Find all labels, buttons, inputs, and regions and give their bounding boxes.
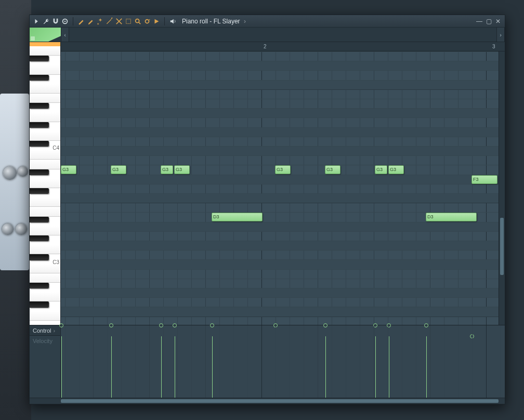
- wrench-icon[interactable]: [42, 17, 50, 25]
- zoom-tool-icon[interactable]: [134, 17, 141, 25]
- timeline-ruler[interactable]: 23: [61, 42, 505, 51]
- control-lane-header: Control › Velocity: [30, 325, 61, 398]
- scroll-left-button[interactable]: ‹: [61, 28, 69, 42]
- black-key[interactable]: [30, 217, 49, 222]
- window-title: Piano roll - FL Slayer ›: [182, 18, 473, 25]
- mute-tool-icon[interactable]: [115, 17, 123, 25]
- velocity-stem[interactable]: [389, 336, 389, 398]
- note-grid[interactable]: G3G3G3G3D3G3G3G3G3D3F3: [61, 51, 505, 325]
- tool-icons: [77, 17, 160, 25]
- white-key[interactable]: [30, 112, 60, 122]
- horizontal-scrollbar[interactable]: [30, 398, 505, 404]
- pattern-strip: ‹ ›: [30, 28, 505, 42]
- menu-caret-icon[interactable]: [33, 17, 41, 25]
- app-background: Piano roll - FL Slayer › — ▢ ✕ ‹ › C4C3 …: [0, 0, 524, 420]
- target-channel-tab[interactable]: [30, 28, 61, 42]
- note[interactable]: G3: [388, 165, 404, 174]
- piano-column: C4C3: [30, 42, 61, 325]
- black-key[interactable]: [30, 169, 49, 175]
- separator: [164, 17, 165, 25]
- titlebar-left-icons: [33, 17, 69, 25]
- play-marker-origin[interactable]: [30, 42, 60, 46]
- loop-tool-icon[interactable]: [143, 17, 151, 25]
- grid-area: 23 G3G3G3G3D3G3G3G3G3D3F3: [61, 42, 505, 325]
- velocity-handle[interactable]: [424, 323, 428, 327]
- velocity-handle[interactable]: [210, 323, 214, 327]
- note[interactable]: G3: [111, 165, 126, 174]
- velocity-stem[interactable]: [426, 336, 427, 398]
- velocity-stem[interactable]: [61, 336, 62, 398]
- velocity-handle[interactable]: [109, 323, 113, 327]
- velocity-stem[interactable]: [175, 336, 175, 398]
- note[interactable]: G3: [325, 165, 340, 174]
- scroll-right-button[interactable]: ›: [496, 28, 505, 42]
- note[interactable]: G3: [174, 165, 190, 174]
- black-key[interactable]: [30, 254, 49, 260]
- velocity-canvas[interactable]: [61, 325, 505, 398]
- close-button[interactable]: ✕: [494, 18, 502, 25]
- white-key[interactable]: [30, 84, 60, 94]
- maximize-button[interactable]: ▢: [485, 18, 492, 25]
- piano-keyboard[interactable]: C4C3: [30, 46, 60, 325]
- bar-number: 3: [492, 44, 495, 49]
- velocity-handle[interactable]: [323, 323, 328, 327]
- control-lane: Control › Velocity: [30, 325, 505, 398]
- white-key[interactable]: [30, 132, 60, 141]
- control-type-label[interactable]: Velocity: [30, 336, 60, 346]
- main-area: C4C3 23 G3G3G3G3D3G3G3G3G3D3F3: [30, 42, 505, 325]
- velocity-stem[interactable]: [212, 336, 213, 398]
- black-key[interactable]: [30, 283, 49, 288]
- black-key[interactable]: [30, 56, 49, 61]
- separator: [73, 17, 73, 25]
- control-selector[interactable]: Control ›: [30, 325, 60, 336]
- key-label: C3: [53, 259, 59, 324]
- speaker-group: [169, 17, 177, 25]
- magnet-icon[interactable]: [51, 17, 59, 25]
- draw-tool-icon[interactable]: [77, 17, 85, 25]
- titlebar[interactable]: Piano roll - FL Slayer › — ▢ ✕: [30, 15, 505, 28]
- note[interactable]: F3: [471, 175, 497, 184]
- black-key[interactable]: [30, 141, 49, 147]
- velocity-handle[interactable]: [159, 323, 163, 327]
- speaker-icon[interactable]: [169, 17, 177, 25]
- velocity-stem[interactable]: [375, 336, 376, 398]
- black-key[interactable]: [30, 103, 49, 109]
- horizontal-scroll-thumb[interactable]: [61, 399, 499, 403]
- bar-number: 2: [264, 44, 267, 49]
- black-key[interactable]: [30, 122, 49, 128]
- black-key[interactable]: [30, 75, 49, 81]
- paint-tool-icon[interactable]: [87, 17, 95, 25]
- note[interactable]: G3: [275, 165, 291, 174]
- vertical-scrollbar[interactable]: [499, 51, 505, 325]
- white-key[interactable]: [30, 46, 60, 56]
- svg-rect-2: [126, 19, 130, 23]
- window-controls: — ▢ ✕: [476, 18, 502, 25]
- note[interactable]: G3: [375, 165, 387, 174]
- note[interactable]: G3: [61, 165, 76, 174]
- white-key[interactable]: [30, 94, 60, 103]
- velocity-stem[interactable]: [161, 336, 162, 398]
- black-key[interactable]: [30, 301, 49, 307]
- note[interactable]: D3: [212, 213, 263, 221]
- playback-tool-icon[interactable]: [152, 17, 160, 25]
- note[interactable]: G3: [161, 165, 173, 174]
- black-key[interactable]: [30, 188, 49, 194]
- overview-track[interactable]: [69, 28, 496, 42]
- note[interactable]: D3: [426, 213, 477, 221]
- minimize-button[interactable]: —: [476, 18, 483, 25]
- white-key[interactable]: [30, 65, 60, 74]
- velocity-handle[interactable]: [59, 323, 63, 327]
- velocity-handle[interactable]: [173, 323, 177, 327]
- slice-tool-icon[interactable]: [106, 17, 113, 25]
- options-icon[interactable]: [61, 17, 69, 25]
- background-knobs: [0, 0, 29, 420]
- magic-tool-icon[interactable]: [96, 17, 104, 25]
- velocity-stem[interactable]: [325, 336, 326, 398]
- svg-point-1: [64, 20, 66, 22]
- grid-lines: [61, 51, 505, 325]
- vertical-scroll-thumb[interactable]: [500, 218, 504, 275]
- velocity-stem[interactable]: [111, 336, 112, 398]
- select-tool-icon[interactable]: [124, 17, 132, 25]
- svg-point-3: [135, 19, 139, 22]
- black-key[interactable]: [30, 235, 49, 241]
